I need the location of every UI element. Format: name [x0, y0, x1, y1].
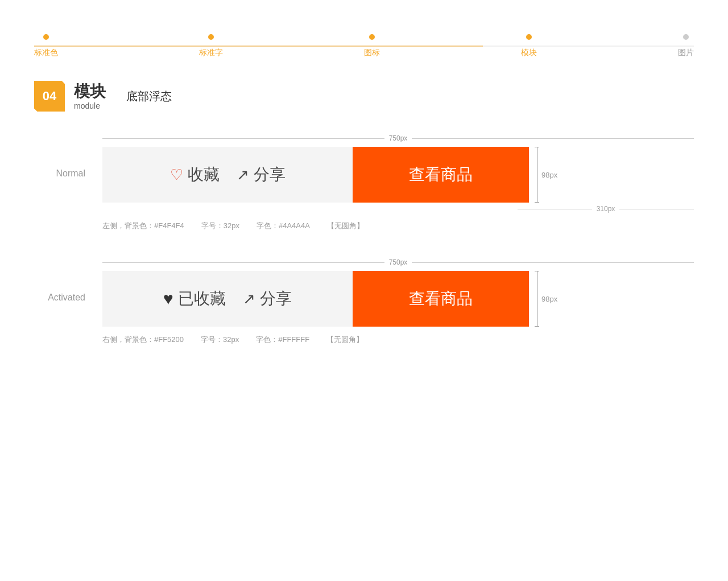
normal-bar-left: ♡ 收藏 ↗ 分享 [102, 147, 353, 203]
sidebar-item-tupian[interactable]: 图片 [678, 34, 694, 58]
normal-share-button[interactable]: ↗ 分享 [237, 164, 286, 186]
activated-width-label: 750px [389, 258, 408, 266]
normal-750-measurement: 750px [102, 134, 694, 142]
normal-desc-font: 字号：32px [201, 221, 239, 231]
normal-bar-wrapper: ♡ 收藏 ↗ 分享 查看商品 [102, 147, 694, 203]
activated-bar-right[interactable]: 查看商品 [353, 271, 529, 327]
act-bracket-line [537, 271, 537, 326]
normal-bracket [535, 147, 539, 203]
activated-desc-font: 字号：32px [201, 335, 239, 345]
activated-desc-right-bg: 右侧，背景色：#FF5200 [102, 335, 184, 345]
activated-view-text: 查看商品 [409, 288, 473, 310]
top-navigation: 标准色 标准字 图标 模块 图片 [0, 34, 728, 58]
activated-collect-button[interactable]: ♥ 已收藏 [163, 288, 226, 310]
activated-bracket [535, 271, 539, 327]
measure-310-left [518, 209, 592, 209]
activated-state-section: Activated 750px ♥ 已收藏 ↗ [34, 258, 694, 345]
normal-right-width-label: 310px [597, 205, 615, 213]
normal-view-text: 查看商品 [409, 164, 473, 186]
heart-filled-icon: ♥ [163, 289, 173, 308]
normal-width-label: 750px [389, 134, 408, 142]
bracket-bottom [535, 202, 539, 203]
sidebar-item-mokuai[interactable]: 模块 [521, 34, 537, 58]
activated-description: 右侧，背景色：#FF5200 字号：32px 字色：#FFFFFF 【无圆角】 [102, 335, 694, 345]
module-header: 04 模块 module 底部浮态 [34, 81, 694, 112]
normal-label: Normal [34, 134, 85, 179]
measure-line-right [412, 138, 694, 139]
act-measure-line-left [102, 262, 384, 263]
nav-dot-tupian [683, 34, 689, 40]
activated-750-measurement: 750px [102, 258, 694, 266]
nav-dot-biaozhunzi [208, 34, 214, 40]
activated-share-text: 分享 [260, 288, 292, 310]
activated-desc-corner: 【无圆角】 [326, 335, 363, 345]
normal-desc-color: 字色：#4A4A4A [257, 221, 310, 231]
normal-state-section: Normal 750px ♡ 收藏 ↗ [34, 134, 694, 231]
module-title-block: 模块 module [74, 82, 106, 110]
act-measure-line-right [412, 262, 694, 263]
nav-dot-tubiao [369, 34, 375, 40]
module-subtitle: 底部浮态 [126, 89, 172, 104]
bracket-line [537, 147, 537, 202]
activated-float-bar: ♥ 已收藏 ↗ 分享 查看商品 [102, 271, 529, 327]
nav-label-biaozhunzi: 标准字 [199, 48, 223, 58]
normal-desc-corner: 【无圆角】 [327, 221, 364, 231]
nav-dot-biaozhunse [43, 34, 49, 40]
module-title-cn: 模块 [74, 82, 106, 101]
activated-desc-color: 字色：#FFFFFF [256, 335, 309, 345]
normal-desc-left-bg: 左侧，背景色：#F4F4F4 [102, 221, 184, 231]
nav-active-line [34, 46, 483, 47]
activated-bar-wrapper: ♥ 已收藏 ↗ 分享 查看商品 [102, 271, 694, 327]
nav-label-tupian: 图片 [678, 48, 694, 58]
normal-collect-text: 收藏 [188, 164, 220, 186]
measure-310-right [619, 209, 694, 209]
share-icon: ↗ [237, 166, 249, 184]
page-content: 04 模块 module 底部浮态 Normal 750px ♡ [0, 58, 728, 395]
module-title-en: module [74, 101, 106, 110]
nav-label-tubiao: 图标 [364, 48, 380, 58]
activated-share-icon: ↗ [243, 290, 255, 308]
normal-component: 750px ♡ 收藏 ↗ 分享 [102, 134, 694, 231]
heart-outline-icon: ♡ [170, 166, 183, 184]
nav-label-biaozhunse: 标准色 [34, 48, 58, 58]
nav-label-mokuai: 模块 [521, 48, 537, 58]
normal-float-bar: ♡ 收藏 ↗ 分享 查看商品 [102, 147, 529, 203]
normal-height-label: 98px [541, 171, 557, 179]
activated-collect-text: 已收藏 [178, 288, 226, 310]
activated-component: 750px ♥ 已收藏 ↗ 分享 [102, 258, 694, 345]
activated-share-button[interactable]: ↗ 分享 [243, 288, 292, 310]
module-badge: 04 [34, 81, 65, 112]
normal-bar-right[interactable]: 查看商品 [353, 147, 529, 203]
activated-bar-left: ♥ 已收藏 ↗ 分享 [102, 271, 353, 327]
nav-dot-mokuai [526, 34, 532, 40]
act-bracket-bottom [535, 326, 539, 327]
normal-310-measurement: 310px [518, 205, 694, 213]
sidebar-item-tubiao[interactable]: 图标 [364, 34, 380, 58]
activated-height-annotation: 98px [535, 271, 557, 327]
measure-line-left [102, 138, 384, 139]
normal-share-text: 分享 [254, 164, 286, 186]
sidebar-item-biaozhunzi[interactable]: 标准字 [199, 34, 223, 58]
activated-height-label: 98px [541, 295, 557, 303]
normal-description: 左侧，背景色：#F4F4F4 字号：32px 字色：#4A4A4A 【无圆角】 [102, 221, 694, 231]
normal-collect-button[interactable]: ♡ 收藏 [170, 164, 220, 186]
activated-label: Activated [34, 258, 85, 303]
sidebar-item-biaozhunse[interactable]: 标准色 [34, 34, 58, 58]
normal-height-annotation: 98px [535, 147, 557, 203]
